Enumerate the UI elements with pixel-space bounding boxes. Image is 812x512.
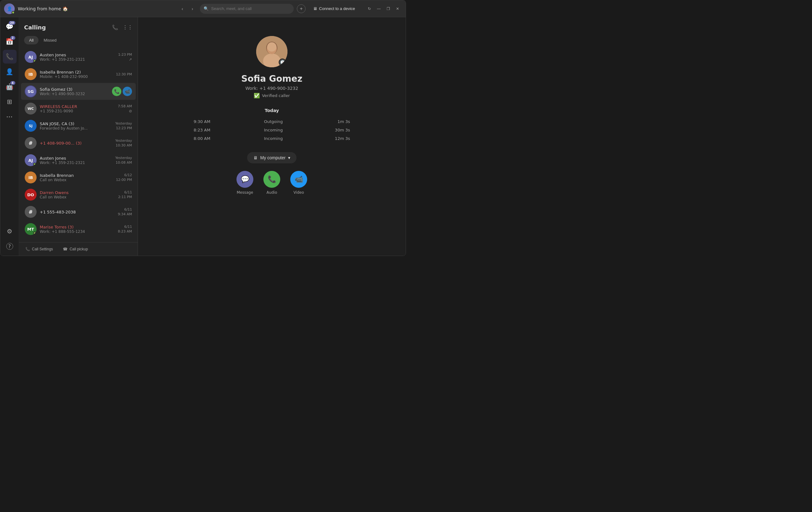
- monitor-icon: 🖥: [313, 6, 317, 11]
- calls-icon: 📞: [6, 53, 13, 60]
- sidebar-item-chat[interactable]: 💬 20: [3, 20, 17, 33]
- app-window: 👤 Working from home 🏠 ‹ › 🔍 + 🖥 Connect …: [0, 0, 406, 256]
- call-settings-button[interactable]: 📞 Call Settings: [23, 246, 55, 253]
- window-controls: ↻ — ❐ ✕: [365, 4, 402, 13]
- connect-device-button[interactable]: 🖥 Connect to a device: [309, 4, 359, 13]
- list-item[interactable]: IB Isabella Brennan Call on Webex 6/12 1…: [21, 169, 136, 186]
- search-icon: 🔍: [204, 6, 209, 11]
- search-input[interactable]: [211, 6, 290, 11]
- message-action-wrap: 💬 Message: [236, 171, 253, 195]
- contact-number: Work: +1 490-900-3232: [245, 86, 298, 91]
- apps-icon: ⊞: [7, 98, 12, 106]
- avatar: #: [25, 206, 37, 218]
- sidebar-item-bots[interactable]: 🤖 4: [3, 80, 17, 93]
- contact-detail: 🕐 Sofia Gomez Work: +1 490-900-3232 ✅ Ve…: [138, 17, 406, 256]
- call-bottom: 📞 Call Settings ☎ Call pickup: [19, 242, 138, 256]
- message-label: Message: [237, 190, 253, 195]
- list-item[interactable]: AJ Austen Jones Work: +1 359-231-2321 1:…: [21, 49, 136, 65]
- audio-call-button[interactable]: 📞: [112, 87, 121, 96]
- list-item[interactable]: IB Isabella Brennan (2) Mobile: +1 408-2…: [21, 66, 136, 83]
- video-button[interactable]: 📹: [290, 171, 307, 188]
- nav-arrows: ‹ ›: [178, 4, 197, 13]
- device-selector-button[interactable]: 🖥 My computer ▾: [247, 152, 296, 163]
- avatar: SJ: [25, 120, 37, 132]
- avatar: WC: [25, 103, 37, 115]
- add-button[interactable]: +: [297, 4, 306, 13]
- sidebar-item-calls[interactable]: 📞: [3, 50, 17, 63]
- caller-name: +1 555-483-2038: [40, 210, 115, 215]
- list-item[interactable]: DO Darren Owens Call on Webex 6/11 2:11 …: [21, 186, 136, 203]
- chevron-down-icon: ▾: [288, 155, 290, 160]
- more-options-button[interactable]: ⋮⋮: [123, 22, 133, 32]
- search-bar: 🔍: [200, 4, 294, 14]
- caller-name: Austen Jones: [40, 156, 112, 161]
- sidebar-item-help[interactable]: ?: [3, 239, 17, 253]
- main-content: 💬 20 📅 2 📞 👤 🤖 4 ⊞ •••: [0, 17, 406, 256]
- sidebar-item-contacts[interactable]: 👤: [3, 65, 17, 79]
- avatar: MT: [25, 223, 37, 235]
- minimize-button[interactable]: —: [374, 4, 383, 13]
- nav-forward-button[interactable]: ›: [188, 4, 197, 13]
- caller-number: Forwarded by Austen Jo...: [40, 126, 112, 131]
- history-item: 8:23 AM Incoming 30m 3s: [194, 126, 350, 134]
- calling-title: Calling: [24, 24, 46, 31]
- more-icon: •••: [6, 115, 13, 119]
- call-history-section: Today 9:30 AM Outgoing 1m 3s 8:23 AM Inc…: [194, 108, 350, 143]
- avatar: AJ: [25, 154, 37, 166]
- nav-back-button[interactable]: ‹: [178, 4, 187, 13]
- avatar: IB: [25, 171, 37, 183]
- contact-avatar-large: 🕐: [256, 36, 287, 67]
- make-call-button[interactable]: 📞: [110, 22, 120, 32]
- refresh-button[interactable]: ↻: [365, 4, 374, 13]
- caller-name: Isabella Brennan (2): [40, 70, 113, 75]
- caller-number: Call on Webex: [40, 195, 115, 199]
- caller-name: SAN JOSE, CA (3): [40, 121, 112, 126]
- sidebar-item-more[interactable]: •••: [3, 110, 17, 124]
- away-status-badge: 🕐: [279, 59, 286, 66]
- contact-name: Sofia Gomez: [241, 74, 302, 84]
- audio-label: Audio: [266, 190, 277, 195]
- calling-header-actions: 📞 ⋮⋮: [110, 22, 133, 32]
- avatar: #: [25, 137, 37, 149]
- call-list: AJ Austen Jones Work: +1 359-231-2321 1:…: [19, 48, 138, 242]
- close-button[interactable]: ✕: [393, 4, 402, 13]
- video-call-button[interactable]: 📹: [123, 87, 132, 96]
- list-item[interactable]: WC WIRELESS CALLER +1 359-231-9090 7:58 …: [21, 100, 136, 117]
- verified-badge: ✅ Verified caller: [254, 93, 290, 98]
- list-item[interactable]: # +1 555-483-2038 6/11 9:34 AM: [21, 203, 136, 220]
- list-item[interactable]: SG Sofia Gomez (3) Work: +1 490-900-3232…: [21, 83, 136, 100]
- sidebar-item-apps[interactable]: ⊞: [3, 95, 17, 109]
- avatar: DO: [25, 189, 37, 201]
- video-action-wrap: 📹 Video: [290, 171, 307, 195]
- action-buttons: 💬 Message 📞 Audio 📹 Video: [236, 171, 307, 195]
- filter-missed-tab[interactable]: Missed: [38, 36, 61, 45]
- list-item[interactable]: AJ Austen Jones Work: +1 359-231-2321 Ye…: [21, 152, 136, 169]
- app-title: Working from home 🏠: [18, 6, 175, 11]
- audio-button[interactable]: 📞: [263, 171, 280, 188]
- list-item[interactable]: SJ SAN JOSE, CA (3) Forwarded by Austen …: [21, 117, 136, 134]
- verified-icon: ✅: [254, 93, 260, 98]
- message-button[interactable]: 💬: [236, 171, 253, 188]
- filter-tabs: All Missed: [19, 36, 138, 48]
- history-date-label: Today: [194, 108, 350, 113]
- restore-button[interactable]: ❐: [384, 4, 393, 13]
- caller-name: Darren Owens: [40, 190, 115, 195]
- caller-name: Austen Jones: [40, 53, 115, 57]
- caller-name: Marise Torres (3): [40, 225, 115, 229]
- avatar: 👤: [4, 3, 15, 14]
- call-pickup-button[interactable]: ☎ Call pickup: [60, 246, 90, 253]
- title-bar: 👤 Working from home 🏠 ‹ › 🔍 + 🖥 Connect …: [0, 0, 406, 17]
- contacts-icon: 👤: [6, 68, 13, 76]
- status-dot: [11, 11, 15, 14]
- caller-number: +1 359-231-9090: [40, 109, 115, 113]
- caller-number: Mobile: +1 408-232-9900: [40, 75, 113, 79]
- list-item[interactable]: # +1 408-909-00... (3) Yesterday 10:30 A…: [21, 135, 136, 151]
- caller-number: Call on Webex: [40, 178, 113, 182]
- sidebar-item-settings[interactable]: ⚙: [3, 224, 17, 238]
- video-label: Video: [293, 190, 304, 195]
- caller-number: Work: +1 359-231-2321: [40, 161, 112, 165]
- filter-all-tab[interactable]: All: [24, 36, 38, 45]
- caller-name: WIRELESS CALLER: [40, 104, 115, 109]
- list-item[interactable]: MT Marise Torres (3) Work: +1 888-555-12…: [21, 221, 136, 237]
- sidebar-item-calendar[interactable]: 📅 2: [3, 35, 17, 49]
